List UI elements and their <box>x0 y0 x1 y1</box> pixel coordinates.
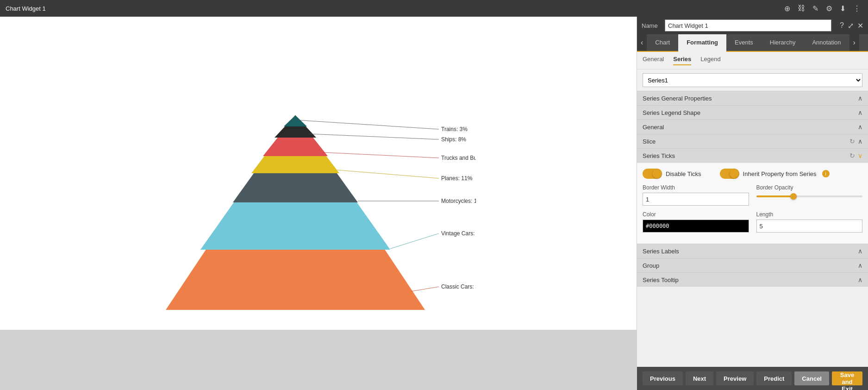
border-opacity-fill <box>756 195 793 197</box>
section-series-general-label: Series General Properties <box>643 95 712 102</box>
previous-button[interactable]: Previous <box>643 371 683 385</box>
tab-events[interactable]: Events <box>726 34 762 52</box>
section-general-chevron: ∧ <box>858 123 862 131</box>
download-icon[interactable]: ⬇ <box>838 3 848 14</box>
section-series-legend-shape[interactable]: Series Legend Shape ∧ <box>637 105 868 120</box>
cancel-button[interactable]: Cancel <box>794 371 829 385</box>
section-series-general[interactable]: Series General Properties ∧ <box>637 91 868 105</box>
resize-icon[interactable]: ⤢ <box>848 21 854 30</box>
preview-button[interactable]: Preview <box>716 371 754 385</box>
series-ticks-refresh-icon[interactable]: ↻ <box>849 152 855 159</box>
inherit-property-toggle[interactable] <box>720 169 739 179</box>
panel-header-icons: ? ⤢ ✕ <box>840 21 863 30</box>
tab-bar: ‹ Chart Formatting Events Hierarchy Anno… <box>637 34 868 52</box>
panel-close-icon[interactable]: ✕ <box>857 21 863 30</box>
inherit-property-info-icon[interactable]: i <box>822 170 830 177</box>
border-width-group: Border Width <box>643 184 749 206</box>
section-series-tooltip-chevron: ∧ <box>858 276 862 283</box>
more-icon[interactable]: ⋮ <box>851 3 862 14</box>
section-group[interactable]: Group ∧ <box>637 258 868 272</box>
length-input[interactable] <box>756 220 863 233</box>
section-series-legend-shape-actions: ∧ <box>858 109 862 116</box>
inherit-property-label: Inherit Property from Series <box>743 170 817 177</box>
subtab-general[interactable]: General <box>643 56 664 65</box>
disable-ticks-toggle-item: Disable Ticks <box>643 169 701 179</box>
color-length-row: Color #000000 Length <box>643 211 862 233</box>
edit-icon[interactable]: ✎ <box>811 3 820 14</box>
toggle-row: Disable Ticks Inherit Property from Seri… <box>643 169 862 179</box>
label-line-trucks <box>323 152 439 158</box>
section-slice-label: Slice <box>643 138 656 145</box>
section-series-legend-shape-chevron: ∧ <box>858 109 862 116</box>
disable-ticks-label: Disable Ticks <box>666 170 701 177</box>
section-slice-actions: ↻ ∧ <box>849 138 862 145</box>
color-value-text: #000000 <box>646 223 669 229</box>
props-panel: Series General Properties ∧ Series Legen… <box>637 91 868 367</box>
tools-icon[interactable]: ⚙ <box>824 3 834 14</box>
subtab-series[interactable]: Series <box>673 56 691 65</box>
tab-chart[interactable]: Chart <box>647 34 678 52</box>
label-trucks: Trucks and Buses... <box>441 155 476 161</box>
color-group: Color #000000 <box>643 211 749 233</box>
section-series-labels[interactable]: Series Labels ∧ <box>637 244 868 258</box>
tab-next-btn[interactable]: › <box>849 34 859 51</box>
chain-icon[interactable]: ⛓ <box>796 3 807 13</box>
section-series-tooltip-label: Series Tooltip <box>643 277 679 283</box>
section-slice-chevron: ∧ <box>858 138 862 145</box>
slice-refresh-icon[interactable]: ↻ <box>849 138 855 145</box>
save-exit-button[interactable]: Save and Exit <box>832 371 862 385</box>
label-motorcycles: Motorcycles: 12% <box>441 198 476 204</box>
section-series-ticks-actions: ↻ ∨ <box>849 152 862 159</box>
panel-name-row: Name ? ⤢ ✕ <box>637 17 868 34</box>
border-opacity-track[interactable] <box>756 195 863 197</box>
section-group-actions: ∧ <box>858 262 862 269</box>
label-trains: Trains: 3% <box>441 126 468 132</box>
label-classic: Classic Cars: 34% <box>441 283 476 290</box>
series-select[interactable]: Series1 Series2 <box>643 73 862 87</box>
section-series-tooltip-actions: ∧ <box>858 276 862 283</box>
section-slice[interactable]: Slice ↻ ∧ <box>637 134 868 148</box>
color-swatch[interactable]: #000000 <box>643 220 749 233</box>
top-bar-icons: ⊕ ⛓ ✎ ⚙ ⬇ ⋮ <box>782 3 862 14</box>
label-planes: Planes: 11% <box>441 175 473 182</box>
pyramid-chart: Trains: 3% Ships: 8% Trucks and Buses...… <box>115 88 476 319</box>
section-series-tooltip[interactable]: Series Tooltip ∧ <box>637 272 868 287</box>
label-vintage: Vintage Cars: 22% <box>441 230 476 237</box>
label-line-trains <box>295 120 439 129</box>
tab-formatting[interactable]: Formatting <box>678 34 726 52</box>
border-row: Border Width Border Opacity <box>643 184 862 206</box>
label-line-planes <box>337 170 439 178</box>
border-opacity-group: Border Opacity <box>756 184 863 206</box>
next-button[interactable]: Next <box>686 371 713 385</box>
tab-hierarchy[interactable]: Hierarchy <box>762 34 804 52</box>
subtab-legend[interactable]: Legend <box>700 56 720 65</box>
top-bar-title: Chart Widget 1 <box>6 5 46 12</box>
label-line-vintage <box>390 233 439 249</box>
disable-ticks-knob <box>652 169 662 178</box>
right-panel: Name ? ⤢ ✕ ‹ Chart Formatting Events Hie… <box>637 17 868 390</box>
label-ships: Ships: 8% <box>441 136 466 143</box>
section-general-label: General <box>643 124 664 131</box>
label-line-ships <box>309 134 439 139</box>
tab-annotation[interactable]: Annotation <box>804 34 849 52</box>
section-series-labels-chevron: ∧ <box>858 247 862 255</box>
inherit-property-toggle-item: Inherit Property from Series i <box>720 169 830 179</box>
move-icon[interactable]: ⊕ <box>782 3 792 14</box>
section-series-ticks-label: Series Ticks <box>643 152 675 159</box>
section-general[interactable]: General ∧ <box>637 120 868 134</box>
disable-ticks-toggle[interactable] <box>643 169 662 179</box>
length-label: Length <box>756 211 863 218</box>
border-width-label: Border Width <box>643 184 749 191</box>
section-series-ticks[interactable]: Series Ticks ↻ ∨ <box>637 148 868 163</box>
border-width-input[interactable] <box>643 193 749 206</box>
predict-button[interactable]: Predict <box>756 371 792 385</box>
border-opacity-thumb[interactable] <box>790 193 797 200</box>
tab-prev-btn[interactable]: ‹ <box>637 34 647 51</box>
panel-name-input[interactable] <box>665 19 831 31</box>
help-icon[interactable]: ? <box>840 21 844 30</box>
section-general-actions: ∧ <box>858 123 862 131</box>
sub-tab-bar: General Series Legend <box>637 52 868 69</box>
section-group-label: Group <box>643 262 659 269</box>
section-series-labels-label: Series Labels <box>643 248 679 255</box>
panel-name-label: Name <box>642 22 660 29</box>
